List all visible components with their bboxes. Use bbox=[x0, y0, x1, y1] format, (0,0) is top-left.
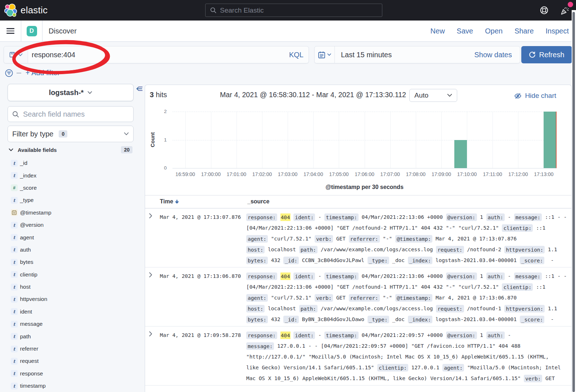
field-item-auth[interactable]: tauth bbox=[0, 244, 144, 256]
string-field-icon: t bbox=[11, 346, 18, 352]
string-field-icon: t bbox=[11, 222, 18, 229]
available-fields-label: Available fields bbox=[18, 147, 57, 153]
field-item-httpversion[interactable]: thttpversion bbox=[0, 293, 144, 305]
field-item-@timestamp[interactable]: @timestamp bbox=[0, 207, 144, 219]
hide-chart-button[interactable]: Hide chart bbox=[514, 92, 556, 100]
collapse-sidebar-button[interactable] bbox=[136, 86, 143, 92]
documents-table: Time _source Mar 4, 2021 @ 17:13:07.876r… bbox=[145, 195, 571, 386]
string-field-icon: t bbox=[11, 160, 18, 167]
field-name-badge: ident: bbox=[293, 272, 315, 280]
field-item-host[interactable]: thost bbox=[0, 281, 144, 293]
query-input[interactable]: response:404 bbox=[32, 51, 289, 59]
date-quick-select-button[interactable] bbox=[315, 46, 335, 63]
index-pattern-select[interactable]: logstash-* bbox=[8, 84, 134, 101]
share-button[interactable]: Share bbox=[514, 27, 534, 35]
chevron-down-icon bbox=[18, 53, 23, 57]
menu-button[interactable] bbox=[0, 21, 21, 41]
open-button[interactable]: Open bbox=[485, 27, 503, 35]
fields-list: t_idt_index#_scoret_type@timestampt@vers… bbox=[0, 157, 144, 392]
filter-icon[interactable] bbox=[5, 69, 13, 77]
field-name-badge: message: bbox=[514, 213, 542, 221]
calendar-icon bbox=[318, 51, 325, 59]
field-item-@version[interactable]: t@version bbox=[0, 219, 144, 231]
expand-row-button[interactable] bbox=[149, 331, 152, 337]
expand-row-button[interactable] bbox=[149, 272, 152, 278]
field-name-badge: clientip: bbox=[502, 224, 533, 232]
field-name-badge: ident: bbox=[293, 332, 315, 339]
field-name-badge: auth: bbox=[486, 272, 505, 280]
discover-app-badge[interactable]: D bbox=[27, 26, 37, 36]
filter-by-type-select[interactable]: Filter by type 0 bbox=[8, 126, 134, 142]
refresh-button[interactable]: Refresh bbox=[521, 46, 572, 63]
notification-dot bbox=[568, 2, 573, 7]
field-name-badge: verb: bbox=[524, 375, 542, 382]
x-tick-label: 17:08:00 bbox=[401, 171, 430, 177]
scrollbar-thumb[interactable] bbox=[572, 12, 575, 392]
string-field-icon: t bbox=[11, 383, 18, 389]
field-item-_id[interactable]: t_id bbox=[0, 157, 144, 169]
help-icon[interactable] bbox=[539, 5, 549, 15]
show-dates-button[interactable]: Show dates bbox=[474, 51, 512, 59]
field-item-_index[interactable]: t_index bbox=[0, 169, 144, 181]
interval-select[interactable]: Auto bbox=[409, 89, 457, 102]
chart-plot-area[interactable] bbox=[172, 112, 557, 168]
refresh-icon bbox=[529, 51, 536, 58]
histogram-bar[interactable] bbox=[544, 112, 557, 168]
hide-chart-label: Hide chart bbox=[525, 92, 556, 100]
chevron-down-icon bbox=[327, 53, 331, 56]
field-item-_type[interactable]: t_type bbox=[0, 194, 144, 206]
field-item-request[interactable]: trequest bbox=[0, 355, 144, 367]
filter-dash bbox=[17, 73, 21, 73]
field-name-badge: httpversion: bbox=[504, 305, 545, 312]
time-column-header[interactable]: Time bbox=[160, 198, 179, 205]
field-item-timestamp[interactable]: ttimestamp bbox=[0, 380, 144, 392]
field-name-badge: host: bbox=[246, 305, 265, 312]
available-fields-accordion[interactable]: Available fields 20 bbox=[9, 146, 134, 154]
field-name-badge: _id: bbox=[283, 316, 299, 323]
gridline-horizontal bbox=[172, 140, 557, 140]
collapse-sidebar-icon bbox=[136, 86, 143, 92]
field-name-badge: _score: bbox=[520, 316, 545, 323]
field-item-bytes[interactable]: tbytes bbox=[0, 256, 144, 268]
field-item-message[interactable]: tmessage bbox=[0, 318, 144, 330]
expand-row-button[interactable] bbox=[149, 213, 152, 218]
elastic-logo[interactable]: elastic bbox=[4, 3, 48, 17]
global-search-input[interactable]: Search Elastic bbox=[205, 4, 382, 17]
top-header-bar: elastic Search Elastic bbox=[0, 0, 576, 21]
field-name-badge: message: bbox=[246, 342, 274, 350]
filter-count-badge: 0 bbox=[59, 130, 67, 138]
field-name-badge: clientip: bbox=[377, 364, 408, 371]
saved-query-menu-button[interactable] bbox=[4, 46, 28, 63]
document-row: Mar 4, 2021 @ 17:09:58.278response: 404 … bbox=[145, 326, 571, 386]
new-button[interactable]: New bbox=[431, 27, 445, 35]
available-fields-count-badge: 20 bbox=[121, 146, 132, 153]
field-item-clientip[interactable]: tclientip bbox=[0, 269, 144, 281]
field-search-input[interactable]: Search field names bbox=[8, 106, 134, 122]
time-range-value[interactable]: Last 15 minutes bbox=[341, 51, 474, 59]
field-name-badge: referrer: bbox=[349, 294, 380, 302]
field-item-path[interactable]: tpath bbox=[0, 330, 144, 342]
table-header: Time _source bbox=[145, 195, 571, 208]
field-item-response[interactable]: tresponse bbox=[0, 368, 144, 380]
x-tick-label: 17:04:00 bbox=[299, 171, 328, 177]
string-field-icon: t bbox=[11, 296, 18, 303]
index-pattern-label: logstash-* bbox=[49, 89, 84, 97]
add-filter-button[interactable]: + Add filter bbox=[26, 69, 60, 77]
field-name-badge: _index: bbox=[408, 316, 433, 323]
save-button[interactable]: Save bbox=[457, 27, 473, 35]
field-name-badge: path: bbox=[299, 246, 318, 253]
field-item-_score[interactable]: #_score bbox=[0, 182, 144, 194]
hamburger-icon bbox=[6, 27, 14, 35]
field-item-agent[interactable]: tagent bbox=[0, 231, 144, 243]
field-name-badge: request: bbox=[436, 246, 464, 253]
scrollbar-track[interactable] bbox=[572, 10, 576, 392]
inspect-button[interactable]: Inspect bbox=[546, 27, 569, 35]
histogram-bar[interactable] bbox=[454, 140, 467, 168]
highlighted-value: 404 bbox=[280, 332, 291, 339]
field-name-badge: agent: bbox=[442, 364, 464, 371]
query-language-button[interactable]: KQL bbox=[289, 51, 303, 59]
histogram-chart: Count 012 16:59:0017:00:0017:01:0017:02:… bbox=[145, 105, 571, 195]
field-item-referrer[interactable]: treferrer bbox=[0, 343, 144, 355]
field-item-ident[interactable]: tident bbox=[0, 306, 144, 318]
page-title: Discover bbox=[49, 27, 77, 35]
